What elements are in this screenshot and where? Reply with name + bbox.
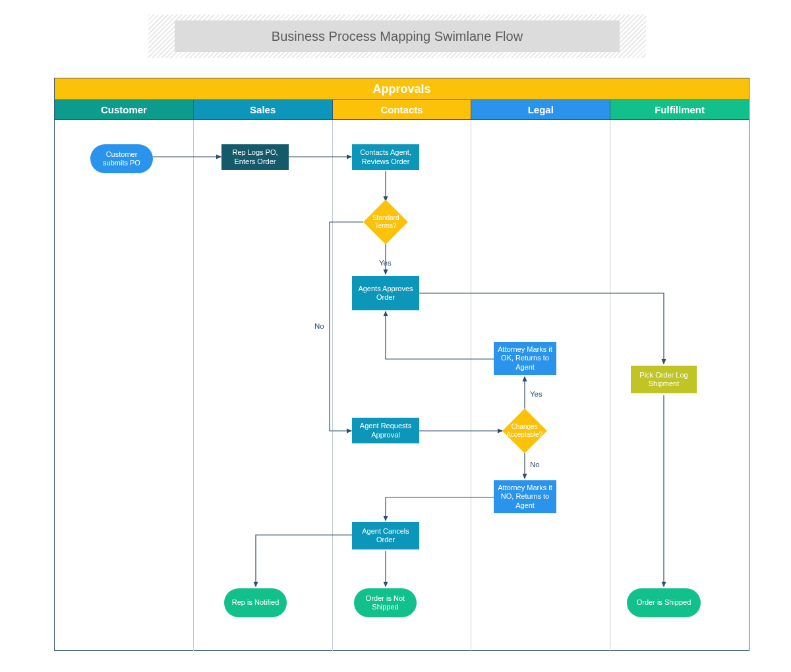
title-hatch-bg: Business Process Mapping Swimlane Flow — [148, 14, 646, 58]
node-attorney-no: Attorney Marks it NO, Returns to Agent — [494, 480, 556, 513]
lane-header-legal: Legal — [471, 100, 610, 120]
label-no-changes: No — [530, 461, 540, 468]
lane-contacts — [333, 120, 472, 651]
lane-sales — [194, 120, 333, 651]
lane-header-sales: Sales — [194, 100, 333, 120]
node-contacts-agent: Contacts Agent, Reviews Order — [352, 144, 419, 170]
lane-header-contacts: Contacts — [333, 100, 472, 120]
node-rep-logs-po: Rep Logs PO, Enters Order — [221, 144, 289, 170]
diagram-canvas: Business Process Mapping Swimlane Flow A… — [0, 0, 791, 672]
node-agent-requests-approval: Agent Requests Approval — [352, 418, 419, 443]
label-yes-standard: Yes — [379, 259, 392, 267]
node-pick-order: Pick Order Log Shipment — [631, 366, 697, 393]
node-order-shipped: Order is Shipped — [627, 588, 701, 617]
node-changes-acceptable-label: Changes Acceptable? — [506, 423, 542, 439]
diagram-title: Business Process Mapping Swimlane Flow — [175, 20, 620, 52]
lane-legal — [471, 120, 610, 651]
node-agents-approves: Agents Approves Order — [352, 276, 419, 310]
node-rep-notified: Rep is Notified — [224, 588, 287, 617]
label-no-standard: No — [314, 322, 324, 330]
label-yes-changes: Yes — [530, 390, 542, 398]
lane-header-fulfillment: Fulfillment — [610, 100, 749, 120]
node-customer-submits-po: Customer submits PO — [90, 144, 153, 173]
lane-header-customer: Customer — [55, 100, 194, 120]
node-order-not-shipped: Order is Not Shipped — [354, 588, 417, 617]
node-attorney-ok: Attorney Marks it OK, Returns to Agent — [494, 342, 556, 375]
lane-customer — [55, 120, 194, 651]
pool-title: Approvals — [55, 78, 749, 100]
node-agent-cancels-order: Agent Cancels Order — [352, 522, 419, 549]
lanes-header: Customer Sales Contacts Legal Fulfillmen… — [55, 100, 749, 120]
node-standard-terms-label: Standard Terms? — [372, 214, 399, 230]
